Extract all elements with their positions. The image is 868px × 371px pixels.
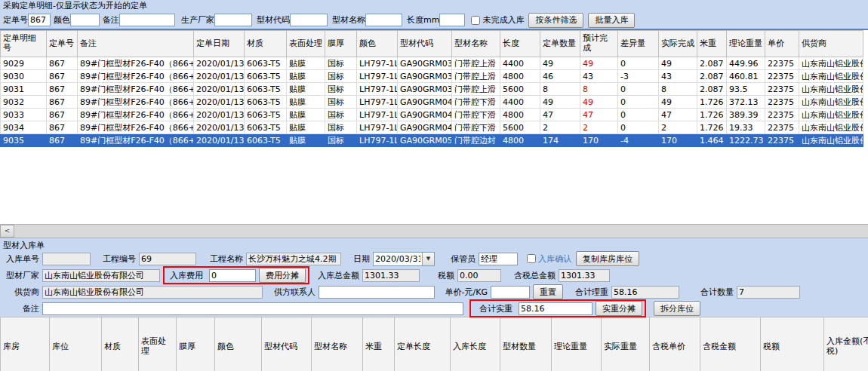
- table-row[interactable]: 903086789#门框型材F26-F40（866+867）2020/01/13…: [1, 70, 863, 83]
- column-header[interactable]: 材质: [245, 31, 287, 57]
- column-header[interactable]: 预计完成: [580, 31, 618, 57]
- column-header[interactable]: 定单日期: [194, 31, 245, 57]
- tax-input[interactable]: [457, 269, 501, 282]
- cell[interactable]: 89#门框型材F26-F40（866+867）: [78, 70, 194, 83]
- split-location-button[interactable]: 拆分库位: [654, 301, 700, 316]
- column-header[interactable]: 米重: [697, 31, 727, 57]
- column-header[interactable]: 实际重量: [602, 317, 650, 371]
- column-header[interactable]: 颜色: [215, 317, 262, 371]
- cell[interactable]: 2020/01/13: [194, 121, 245, 134]
- cell[interactable]: 门带腔上滑: [452, 70, 500, 83]
- cell[interactable]: GA90GRM03: [398, 57, 452, 70]
- horizontal-scrollbar[interactable]: <: [0, 225, 868, 238]
- cell[interactable]: 2020/01/13: [194, 134, 245, 147]
- cell[interactable]: 9033: [1, 109, 47, 121]
- cell[interactable]: 22375: [765, 70, 799, 83]
- column-header[interactable]: 材质: [102, 317, 139, 371]
- cell[interactable]: 1.726: [697, 109, 727, 121]
- cell[interactable]: 山东南山铝业股份有限公司: [799, 109, 863, 121]
- cell[interactable]: GA90GRM05: [398, 134, 452, 147]
- cell[interactable]: 49: [580, 57, 618, 70]
- column-header[interactable]: 长度: [500, 31, 540, 57]
- unfinished-checkbox-group[interactable]: 未完成入库: [471, 14, 524, 26]
- cell[interactable]: 山东南山铝业股份有限公司: [799, 57, 863, 70]
- cell[interactable]: 372.13: [727, 96, 765, 109]
- cell[interactable]: 9030: [1, 70, 47, 83]
- cell[interactable]: 6063-T5: [245, 57, 287, 70]
- supplier-input[interactable]: [42, 286, 263, 299]
- cell[interactable]: GA90GRM03: [398, 70, 452, 83]
- filter-color-input[interactable]: [70, 14, 100, 26]
- cell[interactable]: 43: [580, 70, 618, 83]
- cell[interactable]: 867: [47, 121, 78, 134]
- cell[interactable]: 山东南山铝业股份有限公司: [799, 96, 863, 109]
- cell[interactable]: 贴膜: [287, 134, 325, 147]
- cell[interactable]: 2020/01/13: [194, 96, 245, 109]
- cell[interactable]: 2020/01/13: [194, 109, 245, 121]
- column-header[interactable]: 库房: [1, 317, 50, 371]
- cell[interactable]: LH797-1LL0: [357, 83, 398, 96]
- cell[interactable]: 22375: [765, 57, 799, 70]
- column-header[interactable]: 入库长度: [451, 317, 500, 371]
- cell[interactable]: 22375: [765, 134, 799, 147]
- cell[interactable]: 47: [580, 109, 618, 121]
- cell[interactable]: 山东南山铝业股份有限公司: [799, 83, 863, 96]
- column-header[interactable]: 定单数量: [540, 31, 580, 57]
- cell[interactable]: 49: [659, 96, 697, 109]
- cell[interactable]: 1.726: [697, 96, 727, 109]
- filter-profile-name-input[interactable]: [365, 14, 402, 26]
- cell[interactable]: 国标: [325, 83, 357, 96]
- cell[interactable]: 22375: [765, 83, 799, 96]
- cell[interactable]: 0: [618, 96, 659, 109]
- cell[interactable]: 2.087: [697, 70, 727, 83]
- cell[interactable]: 93.5: [727, 83, 765, 96]
- cell[interactable]: 389.39: [727, 109, 765, 121]
- cell[interactable]: -3: [618, 70, 659, 83]
- table-row[interactable]: 903586789#门框型材F26-F40（866+867）2020/01/13…: [1, 134, 863, 147]
- column-header[interactable]: 供货商: [799, 31, 863, 57]
- cell[interactable]: 5600: [500, 83, 540, 96]
- cell[interactable]: 0: [618, 109, 659, 121]
- cell[interactable]: 0: [618, 57, 659, 70]
- cell[interactable]: 9034: [1, 121, 47, 134]
- cell[interactable]: 山东南山铝业股份有限公司: [799, 70, 863, 83]
- table-row[interactable]: 902986789#门框型材F26-F40（866+867）2020/01/13…: [1, 57, 863, 70]
- cell[interactable]: 1.464: [697, 134, 727, 147]
- cell[interactable]: 19.33: [727, 121, 765, 134]
- cell[interactable]: 门带腔下滑: [452, 109, 500, 121]
- cell[interactable]: 43: [659, 70, 697, 83]
- cell[interactable]: 6063-T5: [245, 83, 287, 96]
- cell[interactable]: LH797-1LL0: [357, 57, 398, 70]
- cell[interactable]: 47: [659, 109, 697, 121]
- column-header[interactable]: 入库金额(不含税): [824, 317, 868, 371]
- column-header[interactable]: 备注: [78, 31, 194, 57]
- column-header[interactable]: 表面处理: [287, 31, 325, 57]
- cell[interactable]: 贴膜: [287, 121, 325, 134]
- cell[interactable]: 49: [580, 96, 618, 109]
- total-quantity-input[interactable]: [737, 286, 800, 299]
- cell[interactable]: 0: [618, 83, 659, 96]
- column-header[interactable]: 单价: [765, 31, 799, 57]
- filter-by-condition-button[interactable]: 按条件筛选: [528, 13, 583, 28]
- cell[interactable]: 门带腔上滑: [452, 83, 500, 96]
- cell[interactable]: 174: [540, 134, 580, 147]
- reset-button[interactable]: 重置: [533, 284, 563, 299]
- cell[interactable]: GA90GRM04: [398, 109, 452, 121]
- table-row[interactable]: 903286789#门框型材F26-F40（866+867）2020/01/13…: [1, 96, 863, 109]
- cell[interactable]: LH797-1LL0: [357, 121, 398, 134]
- cell[interactable]: 867: [47, 109, 78, 121]
- cell[interactable]: 门带腔下滑: [452, 121, 500, 134]
- cell[interactable]: 2.087: [697, 57, 727, 70]
- cell[interactable]: 22375: [765, 109, 799, 121]
- column-header[interactable]: 库位: [50, 317, 102, 371]
- supplier-contact-input[interactable]: [319, 286, 435, 299]
- unit-price-input[interactable]: [491, 286, 530, 299]
- column-header[interactable]: 含税单价: [650, 317, 700, 371]
- cell[interactable]: 国标: [325, 109, 357, 121]
- column-header[interactable]: 米重: [363, 317, 395, 371]
- column-header[interactable]: 理论重量: [552, 317, 602, 371]
- total-theoretical-weight-input[interactable]: [611, 286, 679, 299]
- column-header[interactable]: 表面处理: [139, 317, 177, 371]
- cell[interactable]: 6063-T5: [245, 70, 287, 83]
- cell[interactable]: 山东南山铝业股份有限公司: [799, 134, 863, 147]
